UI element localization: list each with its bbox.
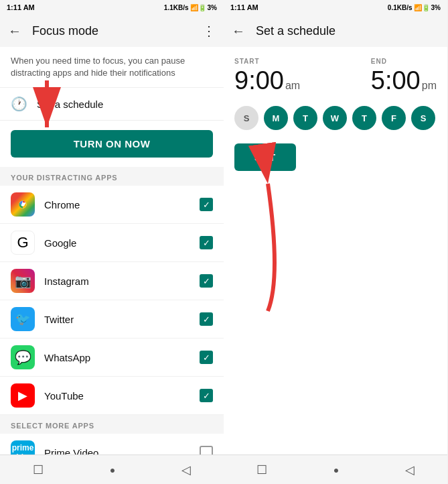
- clock-icon: 🕐: [11, 96, 27, 112]
- end-time-block[interactable]: END 5:00pm: [371, 58, 437, 95]
- set-btn-container: SET: [234, 143, 296, 171]
- right-toolbar: ← Set a schedule: [224, 15, 447, 47]
- app-item-whatsapp[interactable]: 💬 WhatsApp ✓: [0, 339, 224, 377]
- left-battery: 3%: [208, 4, 217, 11]
- end-time-value: 5:00: [371, 66, 421, 95]
- app-item-chrome[interactable]: Chrome ✓: [0, 186, 224, 224]
- start-time-block[interactable]: START 9:00am: [234, 58, 300, 95]
- left-time: 1:11 AM: [7, 3, 35, 11]
- left-nav-home[interactable]: ●: [110, 465, 115, 475]
- app-item-twitter[interactable]: 🐦 Twitter ✓: [0, 300, 224, 339]
- right-nav-home[interactable]: ●: [333, 465, 339, 475]
- start-label: START: [234, 58, 300, 65]
- instagram-name: Instagram: [44, 276, 200, 287]
- google-checkbox[interactable]: ✓: [200, 236, 213, 249]
- turn-on-container: TURN ON NOW: [0, 121, 224, 167]
- set-button[interactable]: SET: [234, 143, 296, 171]
- instagram-checkbox[interactable]: ✓: [200, 274, 213, 288]
- google-icon: G: [11, 231, 35, 255]
- schedule-text: Set a schedule: [37, 99, 103, 110]
- left-speed: 1.1KB/s: [164, 4, 189, 11]
- chrome-name: Chrome: [44, 199, 200, 210]
- app-item-google[interactable]: G Google ✓: [0, 224, 224, 262]
- chrome-checkbox[interactable]: ✓: [200, 198, 213, 211]
- right-nav-square[interactable]: ☐: [256, 463, 267, 477]
- day-sunday[interactable]: S: [234, 106, 258, 130]
- prime-name: Prime Video: [44, 447, 200, 455]
- end-label: END: [371, 58, 437, 65]
- day-friday[interactable]: F: [382, 106, 406, 130]
- focus-description: When you need time to focus, you can pau…: [0, 47, 224, 87]
- left-title: Focus mode: [32, 24, 202, 38]
- left-toolbar: ← Focus mode ⋮: [0, 15, 224, 47]
- day-wednesday[interactable]: W: [323, 106, 347, 130]
- start-ampm: am: [285, 80, 300, 91]
- app-list: Chrome ✓ G Google ✓ 📷 Instagram ✓ 🐦 Twit…: [0, 186, 224, 455]
- left-back-icon[interactable]: ←: [8, 23, 21, 39]
- left-status-bar: 1:11 AM 1.1KB/s 📶🔋 3%: [0, 0, 224, 15]
- youtube-icon: ▶: [11, 383, 35, 408]
- day-monday[interactable]: M: [264, 106, 288, 130]
- right-nav-bar: ☐ ● ◁: [224, 455, 447, 484]
- app-item-instagram[interactable]: 📷 Instagram ✓: [0, 262, 224, 300]
- app-item-prime[interactable]: primevideo Prime Video: [0, 434, 224, 455]
- instagram-icon: 📷: [11, 269, 35, 293]
- schedule-row[interactable]: 🕐 Set a schedule: [0, 87, 224, 121]
- whatsapp-checkbox[interactable]: ✓: [200, 351, 213, 364]
- left-nav-bar: ☐ ● ◁: [0, 455, 224, 484]
- red-arrow-right: [248, 177, 301, 324]
- select-more-label: SELECT MORE APPS: [0, 415, 224, 434]
- prime-icon: primevideo: [11, 440, 35, 455]
- chrome-icon: [11, 192, 35, 217]
- end-time-display: 5:00pm: [371, 66, 437, 95]
- right-speed: 0.1KB/s: [388, 4, 413, 11]
- day-saturday[interactable]: S: [411, 106, 435, 130]
- left-more-icon[interactable]: ⋮: [202, 23, 216, 39]
- right-time: 1:11 AM: [230, 3, 258, 11]
- google-name: Google: [44, 237, 200, 249]
- right-panel: 1:11 AM 0.1KB/s 📶🔋 3% ← Set a schedule S…: [224, 0, 447, 484]
- prime-checkbox[interactable]: [200, 446, 213, 455]
- start-time-value: 9:00: [234, 66, 284, 95]
- turn-on-button[interactable]: TURN ON NOW: [11, 130, 213, 158]
- section-label: YOUR DISTRACTING APPS: [0, 167, 224, 186]
- twitter-checkbox[interactable]: ✓: [200, 312, 213, 326]
- twitter-icon: 🐦: [11, 307, 35, 331]
- twitter-name: Twitter: [44, 314, 200, 325]
- day-thursday[interactable]: T: [352, 106, 376, 130]
- days-row: S M T W T F S: [234, 106, 437, 130]
- schedule-content: START 9:00am END 5:00pm S M T W T F S: [224, 47, 447, 455]
- whatsapp-name: WhatsApp: [44, 352, 200, 363]
- app-item-youtube[interactable]: ▶ YouTube ✓: [0, 377, 224, 415]
- left-nav-back[interactable]: ◁: [181, 463, 191, 477]
- left-panel: 1:11 AM 1.1KB/s 📶🔋 3% ← Focus mode ⋮ Whe…: [0, 0, 224, 484]
- youtube-checkbox[interactable]: ✓: [200, 389, 213, 402]
- youtube-name: YouTube: [44, 390, 200, 402]
- right-title: Set a schedule: [256, 24, 439, 38]
- day-tuesday[interactable]: T: [293, 106, 317, 130]
- left-nav-square[interactable]: ☐: [33, 463, 44, 477]
- right-status-bar: 1:11 AM 0.1KB/s 📶🔋 3%: [224, 0, 447, 15]
- start-time-display: 9:00am: [234, 66, 300, 95]
- time-row: START 9:00am END 5:00pm: [234, 58, 437, 95]
- end-ampm: pm: [422, 80, 437, 91]
- right-back-icon[interactable]: ←: [232, 23, 245, 39]
- right-nav-back[interactable]: ◁: [405, 463, 415, 477]
- whatsapp-icon: 💬: [11, 345, 35, 369]
- right-battery: 3%: [431, 4, 441, 11]
